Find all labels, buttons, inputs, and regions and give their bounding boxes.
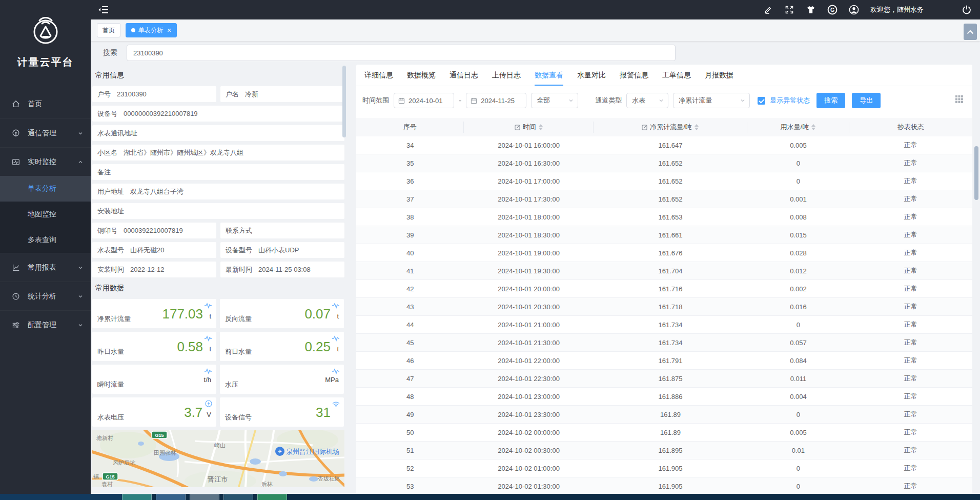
close-icon[interactable]: × bbox=[167, 27, 171, 34]
table-row[interactable]: 352024-10-01 16:30:00161.6520正常 bbox=[356, 154, 972, 172]
scope-select[interactable]: 全部 bbox=[531, 93, 578, 108]
table-row[interactable]: 362024-10-01 17:00:00161.6520正常 bbox=[356, 172, 972, 190]
road-badge-g15-2: G15 bbox=[103, 473, 118, 480]
sidebar-item-map-monitor[interactable]: 地图监控 bbox=[0, 202, 91, 227]
table-cell: 161.886 bbox=[594, 393, 748, 401]
tab-water-compare[interactable]: 水量对比 bbox=[577, 65, 606, 86]
table-row[interactable]: 492024-10-01 23:30:00161.890正常 bbox=[356, 406, 972, 424]
column-header-usage[interactable]: 用水量/吨 bbox=[747, 122, 849, 133]
taskbar-start[interactable] bbox=[0, 494, 122, 500]
field-device-no: 设备号00000000392210007819 bbox=[92, 106, 344, 122]
table-cell: 45 bbox=[356, 339, 464, 347]
table-cell: 正常 bbox=[849, 248, 972, 257]
table-row[interactable]: 482024-10-01 23:00:00161.8860.004正常 bbox=[356, 388, 972, 406]
start-date-picker[interactable]: 2024-10-01 bbox=[394, 93, 454, 108]
column-header-time[interactable]: 时间 bbox=[464, 122, 593, 133]
edit-icon[interactable] bbox=[763, 5, 773, 15]
location-map[interactable]: G15 G15 塘新村 田园张林 崎山 风炉后坑 晋江市 后林 杏坂社区 袁村 … bbox=[92, 430, 344, 487]
abnormal-status-label[interactable]: 显示异常状态 bbox=[770, 96, 810, 105]
tab-monthly-data[interactable]: 月报数据 bbox=[705, 65, 733, 86]
metric-select[interactable]: 净累计流量 bbox=[673, 93, 750, 108]
sort-caret-icon[interactable] bbox=[539, 124, 543, 130]
column-settings-icon[interactable] bbox=[955, 95, 963, 105]
theme-shirt-icon[interactable] bbox=[806, 5, 816, 15]
table-row[interactable]: 532024-10-02 01:30:00161.9050正常 bbox=[356, 477, 972, 494]
taskbar-item[interactable] bbox=[223, 494, 253, 500]
search-input[interactable] bbox=[127, 45, 676, 61]
meter-info-panel: 常用信息 户号23100390 户名冷新 设备号0000000039221000… bbox=[92, 65, 344, 494]
taskbar-item[interactable] bbox=[257, 494, 287, 500]
table-row[interactable]: 502024-10-02 00:00:00161.890.005正常 bbox=[356, 424, 972, 442]
table-row[interactable]: 412024-10-01 19:30:00161.7040.012正常 bbox=[356, 262, 972, 280]
tab-data-overview[interactable]: 数据概览 bbox=[407, 65, 436, 86]
table-row[interactable]: 342024-10-01 16:00:00161.6470.005正常 bbox=[356, 136, 972, 154]
sidebar-item-realtime-monitor[interactable]: 实时监控 bbox=[0, 147, 91, 176]
os-taskbar[interactable] bbox=[0, 494, 980, 500]
topbar-actions: G 欢迎您，随州水务 bbox=[763, 5, 980, 15]
table-row[interactable]: 372024-10-01 17:30:00161.6520.001正常 bbox=[356, 190, 972, 208]
search-button[interactable]: 搜索 bbox=[816, 93, 845, 108]
tab-upload-log[interactable]: 上传日志 bbox=[492, 65, 521, 86]
table-cell: 2024-10-01 17:00:00 bbox=[464, 177, 593, 185]
taskbar-item[interactable] bbox=[122, 494, 152, 500]
channel-select[interactable]: 水表 bbox=[626, 93, 668, 108]
tag-single-meter-analysis[interactable]: 单表分析 × bbox=[126, 23, 177, 37]
table-row[interactable]: 452024-10-01 21:30:00161.7340.057正常 bbox=[356, 334, 972, 352]
sidebar-item-communication[interactable]: 通信管理 bbox=[0, 118, 91, 147]
left-panel-scrollbar[interactable] bbox=[342, 66, 346, 137]
export-button[interactable]: 导出 bbox=[852, 93, 881, 108]
table-row[interactable]: 522024-10-02 01:00:00161.9050正常 bbox=[356, 459, 972, 477]
tab-alarm-info[interactable]: 报警信息 bbox=[620, 65, 648, 86]
back-to-top-button[interactable] bbox=[964, 24, 977, 40]
table-cell: 2024-10-02 00:00:00 bbox=[464, 429, 593, 436]
sidebar-item-configuration[interactable]: 配置管理 bbox=[0, 310, 91, 339]
table-cell: 正常 bbox=[849, 176, 972, 186]
metric-card-instant-flow: t/h 瞬时流量 bbox=[92, 365, 216, 394]
sidebar-item-statistics[interactable]: 统计分析 bbox=[0, 282, 91, 310]
table-cell: 53 bbox=[356, 483, 464, 490]
tab-work-order[interactable]: 工单信息 bbox=[662, 65, 691, 86]
sidebar-item-single-meter-analysis[interactable]: 单表分析 bbox=[0, 176, 91, 202]
table-cell: 0.001 bbox=[747, 195, 849, 203]
end-date-picker[interactable]: 2024-11-25 bbox=[466, 93, 526, 108]
taskbar-item[interactable] bbox=[190, 494, 219, 500]
table-cell: 161.652 bbox=[594, 177, 748, 185]
table-row[interactable]: 392024-10-01 18:30:00161.6610.015正常 bbox=[356, 226, 972, 244]
sort-caret-icon[interactable] bbox=[811, 124, 815, 130]
window-scrollbar[interactable] bbox=[974, 146, 978, 200]
abnormal-status-checkbox[interactable] bbox=[758, 97, 765, 105]
table-cell: 0 bbox=[747, 159, 849, 167]
table-row[interactable]: 442024-10-01 21:00:00161.7340正常 bbox=[356, 316, 972, 334]
table-cell: 正常 bbox=[849, 284, 972, 293]
table-row[interactable]: 422024-10-01 20:00:00161.7160.002正常 bbox=[356, 280, 972, 298]
menu-toggle-icon[interactable] bbox=[98, 5, 109, 15]
table-cell: 161.647 bbox=[594, 142, 748, 149]
tab-data-view[interactable]: 数据查看 bbox=[535, 65, 563, 86]
table-row[interactable]: 512024-10-02 00:30:00161.8950.01正常 bbox=[356, 442, 972, 459]
tag-home[interactable]: 首页 bbox=[97, 23, 120, 37]
tab-detail-info[interactable]: 详细信息 bbox=[364, 65, 393, 86]
sort-caret-icon[interactable] bbox=[695, 124, 699, 130]
avatar-icon[interactable] bbox=[849, 5, 859, 15]
sidebar-item-home[interactable]: 首页 bbox=[0, 90, 91, 118]
table-cell: 161.875 bbox=[594, 375, 748, 383]
table-cell: 42 bbox=[356, 285, 464, 293]
table-row[interactable]: 462024-10-01 22:00:00161.7910.084正常 bbox=[356, 352, 972, 370]
sidebar-item-label: 配置管理 bbox=[28, 321, 56, 330]
sidebar-item-common-reports[interactable]: 常用报表 bbox=[0, 253, 91, 282]
taskbar-item[interactable] bbox=[156, 494, 186, 500]
field-meter-comm-address: 水表通讯地址 bbox=[92, 125, 344, 141]
column-header-net-flow[interactable]: 净累计流量/吨 bbox=[594, 122, 748, 133]
power-icon[interactable] bbox=[962, 5, 972, 15]
field-install-time: 安装时间2022-12-12 bbox=[92, 262, 216, 277]
table-cell: 0 bbox=[747, 483, 849, 490]
table-row[interactable]: 432024-10-01 20:30:00161.7180.016正常 bbox=[356, 298, 972, 316]
sidebar-item-multi-meter-query[interactable]: 多表查询 bbox=[0, 227, 91, 253]
table-row[interactable]: 472024-10-01 22:30:00161.8750.011正常 bbox=[356, 370, 972, 388]
table-row[interactable]: 382024-10-01 18:00:00161.6530.008正常 bbox=[356, 208, 972, 226]
report-icon bbox=[11, 263, 21, 272]
google-icon[interactable]: G bbox=[827, 5, 838, 15]
tab-comm-log[interactable]: 通信日志 bbox=[450, 65, 478, 86]
fullscreen-icon[interactable] bbox=[784, 5, 794, 15]
table-row[interactable]: 402024-10-01 19:00:00161.6760.028正常 bbox=[356, 244, 972, 262]
